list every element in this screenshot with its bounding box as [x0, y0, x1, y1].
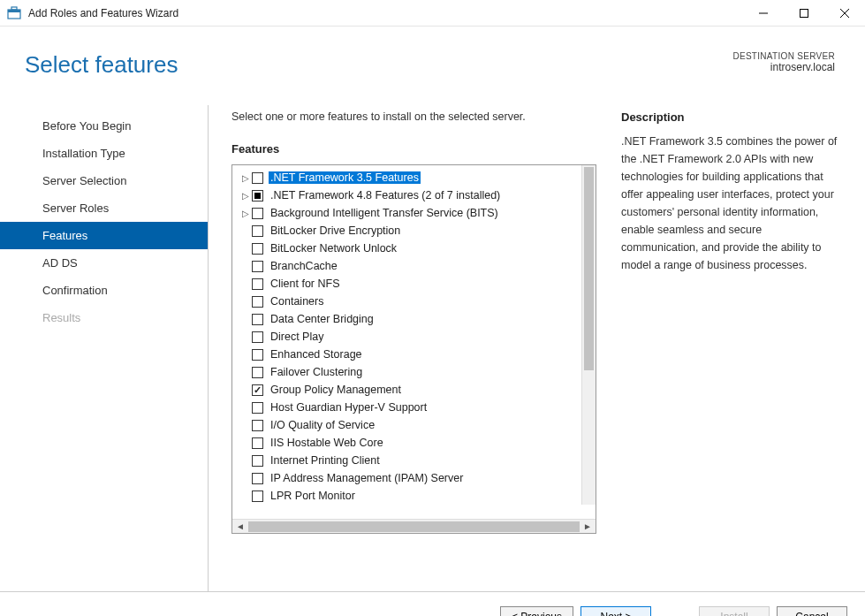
feature-label: Failover Clustering [269, 366, 364, 378]
feature-row[interactable]: ▷I/O Quality of Service [239, 416, 596, 434]
wizard-step: Results [0, 304, 208, 331]
feature-checkbox[interactable] [252, 225, 263, 237]
destination-block: DESTINATION SERVER introserv.local [732, 51, 835, 73]
scroll-left-icon[interactable]: ◄ [234, 521, 247, 531]
feature-row[interactable]: ▷Failover Clustering [239, 363, 596, 381]
close-button[interactable] [824, 0, 865, 26]
minimize-button[interactable] [743, 0, 784, 26]
features-tree-container: ▷.NET Framework 3.5 Features▷.NET Framew… [231, 164, 596, 534]
feature-row[interactable]: ▷BitLocker Network Unlock [239, 240, 596, 257]
install-button[interactable]: Install [699, 606, 770, 617]
next-button[interactable]: Next > [580, 606, 651, 617]
expand-icon[interactable]: ▷ [239, 173, 252, 183]
feature-checkbox[interactable] [252, 314, 263, 325]
wizard-steps-sidebar: Before You BeginInstallation TypeServer … [0, 105, 209, 591]
feature-row[interactable]: ▷LPR Port Monitor [239, 487, 596, 505]
expand-icon[interactable]: ▷ [239, 209, 252, 218]
instruction-text: Select one or more features to install o… [231, 110, 596, 123]
feature-row[interactable]: ▷Enhanced Storage [239, 346, 596, 363]
content: Before You BeginInstallation TypeServer … [0, 87, 865, 591]
expand-icon[interactable]: ▷ [239, 191, 252, 201]
feature-row[interactable]: ▷IIS Hostable Web Core [239, 434, 596, 452]
feature-label: Client for NFS [269, 278, 342, 290]
feature-row[interactable]: ▷BranchCache [239, 257, 596, 275]
feature-checkbox[interactable] [252, 296, 263, 308]
features-heading: Features [231, 142, 596, 156]
window-title: Add Roles and Features Wizard [28, 7, 743, 19]
feature-label: Data Center Bridging [269, 313, 376, 325]
feature-checkbox[interactable] [252, 384, 263, 396]
feature-label: Containers [269, 295, 325, 308]
feature-label: BranchCache [269, 260, 339, 272]
feature-label: Group Policy Management [269, 384, 403, 396]
feature-row[interactable]: ▷Internet Printing Client [239, 452, 596, 469]
feature-checkbox[interactable] [252, 402, 263, 414]
page-header: Select features DESTINATION SERVER intro… [0, 27, 865, 87]
wizard-step[interactable]: Installation Type [0, 140, 208, 167]
feature-checkbox[interactable] [252, 420, 263, 431]
feature-checkbox[interactable] [252, 473, 263, 484]
feature-label: Host Guardian Hyper-V Support [269, 401, 429, 414]
feature-label: Background Intelligent Transfer Service … [269, 207, 500, 219]
description-text: .NET Framework 3.5 combines the power of… [621, 133, 842, 274]
feature-row[interactable]: ▷BitLocker Drive Encryption [239, 222, 596, 240]
wizard-step[interactable]: Server Selection [0, 167, 208, 194]
feature-row[interactable]: ▷Host Guardian Hyper-V Support [239, 399, 596, 416]
feature-checkbox[interactable] [252, 243, 263, 255]
cancel-button[interactable]: Cancel [777, 606, 847, 617]
feature-row[interactable]: ▷Direct Play [239, 328, 596, 346]
feature-row[interactable]: ▷Containers [239, 293, 596, 310]
wizard-step[interactable]: AD DS [0, 249, 208, 277]
feature-row[interactable]: ▷.NET Framework 3.5 Features [239, 169, 596, 186]
feature-label: Enhanced Storage [269, 348, 364, 361]
feature-label: BitLocker Network Unlock [269, 242, 398, 255]
wizard-step[interactable]: Before You Begin [0, 112, 208, 140]
feature-checkbox[interactable] [252, 367, 263, 378]
titlebar: Add Roles and Features Wizard [0, 0, 865, 27]
wizard-footer: < Previous Next > Install Cancel [0, 591, 865, 616]
features-pane: Select one or more features to install o… [231, 110, 596, 591]
feature-row[interactable]: ▷Background Intelligent Transfer Service… [239, 204, 596, 222]
feature-label: Internet Printing Client [269, 454, 382, 467]
feature-checkbox[interactable] [252, 208, 263, 219]
feature-checkbox[interactable] [252, 331, 263, 343]
horizontal-scroll-thumb[interactable] [248, 521, 580, 532]
svg-rect-2 [11, 7, 17, 10]
vertical-scrollbar[interactable] [581, 165, 596, 505]
feature-checkbox[interactable] [252, 491, 263, 502]
feature-label: BitLocker Drive Encryption [269, 224, 402, 237]
feature-checkbox[interactable] [252, 190, 263, 202]
feature-label: .NET Framework 4.8 Features (2 of 7 inst… [269, 189, 502, 202]
feature-row[interactable]: ▷IP Address Management (IPAM) Server [239, 469, 596, 487]
feature-checkbox[interactable] [252, 455, 263, 467]
features-tree[interactable]: ▷.NET Framework 3.5 Features▷.NET Framew… [232, 165, 596, 519]
feature-label: I/O Quality of Service [269, 419, 376, 431]
svg-rect-4 [801, 9, 808, 17]
app-icon [7, 6, 21, 20]
description-heading: Description [621, 110, 842, 124]
wizard-step[interactable]: Confirmation [0, 277, 208, 304]
maximize-button[interactable] [784, 0, 824, 26]
feature-checkbox[interactable] [252, 261, 263, 272]
feature-label: .NET Framework 3.5 Features [269, 171, 421, 184]
wizard-step[interactable]: Server Roles [0, 194, 208, 222]
feature-label: IP Address Management (IPAM) Server [269, 472, 465, 484]
feature-label: LPR Port Monitor [269, 490, 357, 502]
vertical-scroll-thumb[interactable] [584, 167, 594, 370]
feature-checkbox[interactable] [252, 437, 263, 449]
previous-button[interactable]: < Previous [500, 606, 573, 617]
scroll-right-icon[interactable]: ► [581, 521, 594, 531]
feature-label: Direct Play [269, 331, 325, 343]
feature-checkbox[interactable] [252, 278, 263, 290]
feature-row[interactable]: ▷Group Policy Management [239, 381, 596, 399]
feature-row[interactable]: ▷.NET Framework 4.8 Features (2 of 7 ins… [239, 186, 596, 204]
feature-row[interactable]: ▷Client for NFS [239, 275, 596, 293]
feature-row[interactable]: ▷Data Center Bridging [239, 310, 596, 328]
feature-checkbox[interactable] [252, 172, 263, 184]
feature-checkbox[interactable] [252, 349, 263, 361]
destination-label: DESTINATION SERVER [732, 51, 835, 61]
main-panel: Select one or more features to install o… [209, 105, 865, 591]
page-title: Select features [25, 51, 732, 79]
horizontal-scrollbar[interactable]: ◄ ► [232, 519, 596, 533]
wizard-step[interactable]: Features [0, 222, 208, 249]
